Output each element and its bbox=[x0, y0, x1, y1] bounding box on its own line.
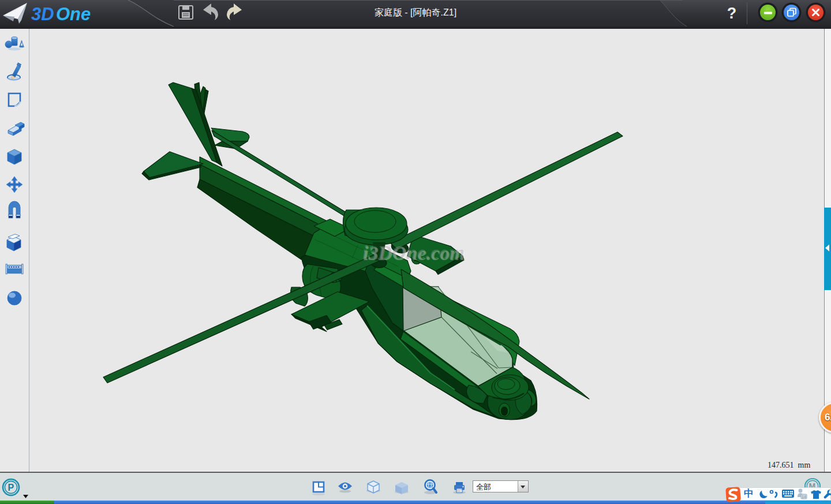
svg-text:P: P bbox=[8, 483, 14, 492]
svg-text:中: 中 bbox=[744, 488, 754, 499]
svg-text:14: 14 bbox=[802, 495, 806, 499]
svg-text:i3DOne.com: i3DOne.com bbox=[362, 242, 465, 263]
